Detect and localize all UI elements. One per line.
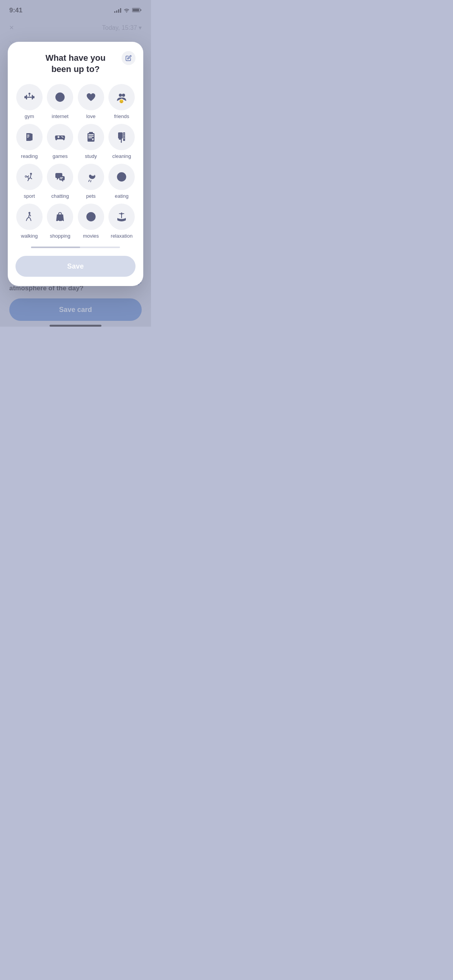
scroll-indicator xyxy=(31,247,120,248)
svg-rect-35 xyxy=(123,132,125,141)
activity-pets[interactable]: pets xyxy=(77,164,105,199)
internet-label: internet xyxy=(52,113,69,119)
cleaning-icon-wrap xyxy=(108,124,135,150)
svg-point-48 xyxy=(93,175,94,176)
modal-title: What have youbeen up to? xyxy=(45,53,105,75)
activity-study[interactable]: ★ study xyxy=(77,124,105,159)
activity-walking[interactable]: walking xyxy=(15,204,43,239)
love-label: love xyxy=(86,113,96,119)
svg-point-23 xyxy=(62,136,62,137)
activity-eating[interactable]: eating xyxy=(108,164,136,199)
reading-label: reading xyxy=(21,153,38,159)
scroll-thumb xyxy=(31,247,80,248)
svg-rect-7 xyxy=(27,97,32,98)
svg-rect-27 xyxy=(88,136,94,137)
shopping-icon-wrap xyxy=(47,204,73,230)
svg-point-15 xyxy=(119,94,122,97)
friends-icon-wrap: 😊 xyxy=(108,84,135,110)
study-label: study xyxy=(85,153,97,159)
svg-point-40 xyxy=(30,173,32,175)
svg-point-8 xyxy=(28,93,30,95)
pets-label: pets xyxy=(86,193,96,199)
activity-movies[interactable]: movies xyxy=(77,204,105,239)
svg-rect-29 xyxy=(89,132,93,134)
svg-point-51 xyxy=(28,212,30,214)
gym-icon-wrap xyxy=(16,84,43,110)
eating-label: eating xyxy=(115,193,129,199)
friends-label: friends xyxy=(114,113,129,119)
activity-relaxation[interactable]: relaxation xyxy=(108,204,136,239)
gym-label: gym xyxy=(24,113,34,119)
svg-rect-34 xyxy=(121,140,122,143)
svg-point-52 xyxy=(58,221,59,222)
svg-rect-33 xyxy=(119,139,122,140)
activity-gym[interactable]: gym xyxy=(15,84,43,119)
sport-label: sport xyxy=(24,193,35,199)
activity-games[interactable]: games xyxy=(46,124,74,159)
svg-marker-45 xyxy=(62,180,63,182)
svg-point-16 xyxy=(122,94,125,97)
pets-icon-wrap xyxy=(78,164,104,190)
svg-rect-6 xyxy=(32,95,33,99)
activity-internet[interactable]: www internet xyxy=(46,84,74,119)
svg-rect-19 xyxy=(27,136,29,137)
cleaning-label: cleaning xyxy=(112,153,131,159)
svg-rect-46 xyxy=(60,177,63,178)
shopping-label: shopping xyxy=(50,233,70,239)
games-label: games xyxy=(53,153,68,159)
reading-icon-wrap xyxy=(16,124,43,150)
movies-label: movies xyxy=(83,233,99,239)
study-icon-wrap: ★ xyxy=(78,124,104,150)
games-icon-wrap xyxy=(47,124,73,150)
svg-point-24 xyxy=(63,137,63,138)
movies-icon-wrap xyxy=(78,204,104,230)
svg-rect-26 xyxy=(88,134,94,135)
relaxation-icon-wrap xyxy=(108,204,135,230)
svg-point-55 xyxy=(89,215,93,218)
walking-icon-wrap xyxy=(16,204,43,230)
activity-chatting[interactable]: chatting xyxy=(46,164,74,199)
svg-rect-32 xyxy=(118,132,123,139)
svg-rect-5 xyxy=(26,95,27,99)
svg-point-53 xyxy=(62,221,63,222)
save-button[interactable]: Save xyxy=(15,256,136,277)
activity-reading[interactable]: reading xyxy=(15,124,43,159)
svg-rect-4 xyxy=(33,96,34,98)
svg-point-41 xyxy=(25,176,27,177)
relaxation-label: relaxation xyxy=(111,233,132,239)
love-icon-wrap xyxy=(78,84,104,110)
activity-love[interactable]: love xyxy=(77,84,105,119)
chatting-icon-wrap xyxy=(47,164,73,190)
svg-rect-3 xyxy=(24,96,26,98)
activity-modal: What have youbeen up to? xyxy=(8,42,143,286)
svg-rect-18 xyxy=(27,135,29,135)
activity-shopping[interactable]: shopping xyxy=(46,204,74,239)
svg-text:😊: 😊 xyxy=(119,99,124,103)
svg-text:★: ★ xyxy=(92,139,94,140)
chatting-label: chatting xyxy=(51,193,69,199)
svg-rect-28 xyxy=(88,137,92,138)
internet-icon-wrap: www xyxy=(47,84,73,110)
activities-grid: gym www internet xyxy=(15,84,136,239)
walking-label: walking xyxy=(21,233,38,239)
svg-point-65 xyxy=(121,212,122,214)
svg-rect-44 xyxy=(59,176,65,180)
eating-icon-wrap xyxy=(108,164,135,190)
sport-icon-wrap xyxy=(16,164,43,190)
activity-cleaning[interactable]: cleaning xyxy=(108,124,136,159)
svg-text:www: www xyxy=(58,94,63,97)
edit-button[interactable] xyxy=(122,51,136,65)
activity-friends[interactable]: 😊 friends xyxy=(108,84,136,119)
activity-sport[interactable]: sport xyxy=(15,164,43,199)
modal-header: What have youbeen up to? xyxy=(15,53,136,75)
svg-rect-20 xyxy=(27,137,29,138)
svg-marker-43 xyxy=(57,178,59,180)
svg-rect-47 xyxy=(60,178,62,179)
